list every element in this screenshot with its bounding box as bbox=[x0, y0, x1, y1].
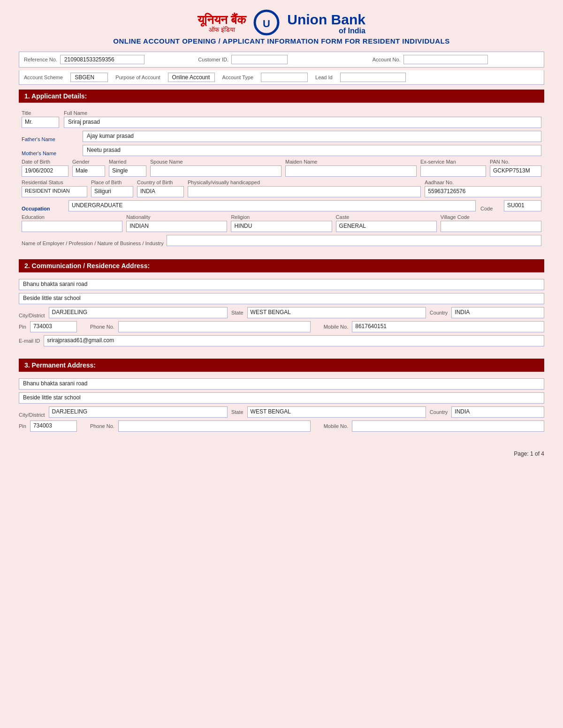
comm-line2-input[interactable]: Beside little star school bbox=[19, 293, 544, 304]
employer-label: Name of Employer / Profession / Nature o… bbox=[22, 240, 164, 246]
aadhaar-group: Aadhaar No. 559637126576 bbox=[425, 180, 541, 197]
reference-row: Reference No. 2109081533259356 Customer … bbox=[19, 52, 544, 68]
comm-pin-row: Pin 734003 Phone No. Mobile No. 86176401… bbox=[19, 321, 544, 332]
occupation-label: Occupation bbox=[22, 206, 64, 211]
religion-label: Religion bbox=[231, 214, 332, 220]
spouse-label: Spouse Name bbox=[150, 159, 282, 165]
caste-input[interactable]: GENERAL bbox=[336, 221, 437, 232]
perm-address: Bhanu bhakta sarani road Beside little s… bbox=[19, 376, 544, 436]
maiden-input[interactable] bbox=[285, 165, 417, 177]
resstatus-row: Residential Status RESIDENT INDIAN Place… bbox=[22, 180, 541, 197]
gender-input[interactable]: Male bbox=[72, 165, 105, 177]
purpose-value[interactable]: Online Account bbox=[168, 73, 215, 82]
occupation-input[interactable]: UNDERGRADUATE bbox=[68, 200, 476, 211]
perm-pin-label: Pin bbox=[19, 423, 26, 429]
fathers-name-row: Father's Name Ajay kumar prasad bbox=[22, 131, 541, 142]
account-scheme-value[interactable]: SBGEN bbox=[70, 73, 108, 82]
comm-phone-label: Phone No. bbox=[90, 324, 114, 330]
perm-state-label: State bbox=[231, 409, 243, 415]
mothers-name-input[interactable]: Neetu prasad bbox=[83, 145, 541, 156]
account-type-value[interactable] bbox=[261, 73, 308, 82]
customer-id-cell: Customer ID. bbox=[198, 55, 365, 64]
section3-header: 3. Permanent Address: bbox=[19, 359, 544, 372]
ref-no-value[interactable]: 2109081533259356 bbox=[60, 55, 145, 64]
comm-email-label: E-mail ID bbox=[19, 338, 40, 344]
comm-city-input[interactable]: DARJEELING bbox=[49, 307, 228, 318]
customer-id-value[interactable] bbox=[231, 55, 288, 64]
education-group: Education bbox=[22, 214, 122, 232]
ref-no-cell: Reference No. 2109081533259356 bbox=[24, 55, 190, 64]
code-input[interactable]: SU001 bbox=[504, 200, 541, 211]
comm-email-row: E-mail ID srirajprasad61@gmail.com bbox=[19, 335, 544, 346]
comm-state-input[interactable]: WEST BENGAL bbox=[247, 307, 426, 318]
comm-mobile-input[interactable]: 8617640151 bbox=[352, 321, 544, 332]
fathers-name-input[interactable]: Ajay kumar prasad bbox=[83, 131, 541, 142]
title-label: Title bbox=[22, 110, 59, 116]
ref-no-label: Reference No. bbox=[24, 57, 57, 62]
perm-line1-input[interactable]: Bhanu bhakta sarani road bbox=[19, 378, 544, 390]
comm-phone-input[interactable] bbox=[118, 321, 311, 332]
dob-label: Date of Birth bbox=[22, 159, 68, 165]
education-input[interactable] bbox=[22, 221, 122, 232]
pan-label: PAN No. bbox=[490, 159, 541, 165]
comm-line2-row: Beside little star school bbox=[19, 293, 544, 304]
perm-phone-input[interactable] bbox=[118, 420, 311, 432]
english-logo: Union Bank of India bbox=[287, 12, 365, 35]
perm-pin-input[interactable]: 734003 bbox=[30, 420, 77, 432]
comm-email-input[interactable]: srirajprasad61@gmail.com bbox=[44, 335, 544, 346]
nationality-group: Nationality INDIAN bbox=[126, 214, 227, 232]
perm-country-input[interactable]: INDIA bbox=[451, 406, 544, 418]
gender-group: Gender Male bbox=[72, 159, 105, 177]
res-status-label: Residential Status bbox=[22, 180, 87, 185]
comm-line1-row: Bhanu bhakta sarani road bbox=[19, 279, 544, 290]
married-input[interactable]: Single bbox=[109, 165, 146, 177]
comm-pin-input[interactable]: 734003 bbox=[30, 321, 77, 332]
title-input[interactable]: Mr. bbox=[22, 117, 59, 128]
fullname-block: Full Name Sriraj prasad bbox=[64, 110, 541, 128]
physically-input[interactable] bbox=[188, 186, 421, 197]
employer-input[interactable] bbox=[167, 235, 541, 246]
exservice-input[interactable] bbox=[420, 165, 486, 177]
spouse-group: Spouse Name bbox=[150, 159, 282, 177]
account-no-cell: Account No. bbox=[373, 55, 539, 64]
edu-row: Education Nationality INDIAN Religion HI… bbox=[22, 214, 541, 232]
perm-pin-row: Pin 734003 Phone No. Mobile No. bbox=[19, 420, 544, 432]
lead-id-value[interactable] bbox=[340, 73, 406, 82]
maiden-group: Maiden Name bbox=[285, 159, 417, 177]
res-status-input[interactable]: RESIDENT INDIAN bbox=[22, 186, 87, 197]
comm-country-input[interactable]: INDIA bbox=[451, 307, 544, 318]
mothers-name-label: Mother's Name bbox=[22, 150, 78, 156]
pob-input[interactable]: Siliguri bbox=[91, 186, 133, 197]
cob-label: Country of Birth bbox=[137, 180, 184, 185]
fullname-label: Full Name bbox=[64, 110, 541, 116]
perm-mobile-input[interactable] bbox=[352, 420, 544, 432]
village-code-label: Village Code bbox=[441, 214, 541, 220]
pob-group: Place of Birth Siliguri bbox=[91, 180, 133, 197]
perm-mobile-label: Mobile No. bbox=[324, 423, 349, 429]
customer-id-label: Customer ID. bbox=[198, 57, 228, 62]
aadhaar-input[interactable]: 559637126576 bbox=[425, 186, 541, 197]
account-no-value[interactable] bbox=[403, 55, 488, 64]
code-label: Code bbox=[480, 206, 499, 211]
comm-line1-input[interactable]: Bhanu bhakta sarani road bbox=[19, 279, 544, 290]
perm-city-input[interactable]: DARJEELING bbox=[49, 406, 228, 418]
nationality-input[interactable]: INDIAN bbox=[126, 221, 227, 232]
dob-input[interactable]: 19/06/2002 bbox=[22, 165, 68, 177]
logo-area: यूनियन बैंक ऑफ इंडिया U Union Bank of In… bbox=[19, 9, 544, 37]
hindi-sub-text: ऑफ इंडिया bbox=[198, 26, 246, 33]
perm-phone-label: Phone No. bbox=[90, 423, 114, 429]
cob-input[interactable]: INDIA bbox=[137, 186, 184, 197]
pan-input[interactable]: GCKPP7513M bbox=[490, 165, 541, 177]
religion-input[interactable]: HINDU bbox=[231, 221, 332, 232]
comm-pin-label: Pin bbox=[19, 324, 26, 330]
perm-line2-input[interactable]: Beside little star school bbox=[19, 392, 544, 404]
pob-label: Place of Birth bbox=[91, 180, 133, 185]
fullname-input[interactable]: Sriraj prasad bbox=[64, 117, 541, 128]
dob-row: Date of Birth 19/06/2002 Gender Male Mar… bbox=[22, 159, 541, 177]
title-name-row: Title Mr. Full Name Sriraj prasad bbox=[22, 110, 541, 128]
comm-state-label: State bbox=[231, 310, 243, 315]
section1-header: 1. Applicant Details: bbox=[19, 90, 544, 103]
spouse-input[interactable] bbox=[150, 165, 282, 177]
village-code-input[interactable] bbox=[441, 221, 541, 232]
perm-state-input[interactable]: WEST BENGAL bbox=[247, 406, 426, 418]
